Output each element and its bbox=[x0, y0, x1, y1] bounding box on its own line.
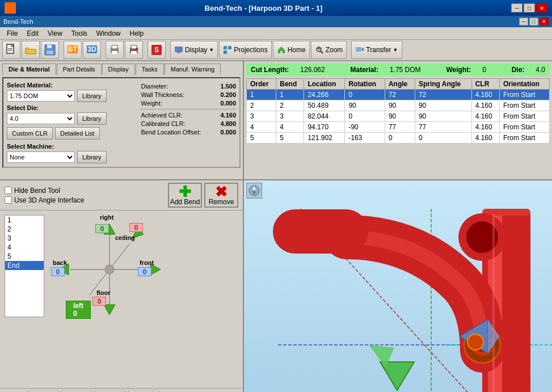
die-select[interactable]: 4.0 bbox=[7, 113, 75, 124]
table-cell: From Start bbox=[499, 100, 549, 111]
material-library-button[interactable]: Library bbox=[77, 90, 107, 102]
tab-die-material[interactable]: Die & Material bbox=[2, 64, 56, 75]
machine-library-button[interactable]: Library bbox=[77, 151, 107, 163]
wall-thickness-label: Wall Thickness: bbox=[141, 91, 220, 98]
machine-row: None Library bbox=[7, 151, 136, 163]
bend-item-2[interactable]: 2 bbox=[5, 225, 44, 234]
hide-bend-tool-checkbox[interactable] bbox=[5, 187, 12, 194]
table-cell: 2 bbox=[247, 100, 276, 111]
menu-edit[interactable]: Edit bbox=[22, 28, 43, 39]
mdi-minimize[interactable]: ─ bbox=[519, 18, 528, 26]
menu-file[interactable]: File bbox=[2, 28, 22, 39]
tab-manuf-warning[interactable]: Manuf. Warning bbox=[165, 64, 221, 75]
custom-clr-button[interactable]: Custom CLR bbox=[7, 127, 53, 140]
add-remove-buttons: ✚ Add Bend ✖ Remove bbox=[168, 183, 238, 208]
viewport-compass-button[interactable] bbox=[246, 183, 262, 199]
transfer-button[interactable]: Transfer ▼ bbox=[351, 41, 402, 59]
direction-pad: right 0 ceiling 0 back 0 front 0 floor 0… bbox=[50, 213, 241, 386]
tb-new-button[interactable] bbox=[2, 41, 20, 59]
zoom-button[interactable]: + Zoom bbox=[311, 41, 347, 59]
svg-point-18 bbox=[136, 48, 138, 50]
table-cell: 5 bbox=[247, 133, 276, 144]
title-bar: Bend-Tech - [Harpoon 3D Part - 1] ─ □ ✕ bbox=[0, 0, 552, 16]
svg-line-36 bbox=[109, 244, 129, 269]
material-select[interactable]: 1.75 DOM bbox=[7, 90, 75, 102]
die-library-button[interactable]: Library bbox=[77, 112, 107, 125]
table-cell: 0 bbox=[345, 90, 385, 100]
bend-item-1[interactable]: 1 bbox=[5, 216, 44, 225]
remove-button[interactable]: ✖ Remove bbox=[204, 183, 238, 208]
menu-view[interactable]: View bbox=[43, 28, 67, 39]
bend-item-3[interactable]: 3 bbox=[5, 234, 44, 243]
left-direction-value[interactable]: 0 bbox=[73, 310, 83, 318]
restore-button[interactable]: □ bbox=[524, 3, 535, 12]
menu-help[interactable]: Help bbox=[125, 28, 149, 39]
tb-img2-button[interactable]: 3D bbox=[83, 41, 101, 59]
table-row[interactable]: 1124.266072724.160From Start bbox=[247, 90, 550, 100]
die-material-content: Select Material: 1.75 DOM Library Select… bbox=[2, 77, 241, 168]
tab-part-details[interactable]: Part Details bbox=[57, 64, 102, 75]
bend-list-panel: 1 2 3 4 5 End bbox=[2, 213, 48, 386]
table-body: 1124.266072724.160From Start2250.4899090… bbox=[247, 90, 550, 144]
detailed-list-button[interactable]: Detailed List bbox=[55, 127, 100, 140]
svg-rect-14 bbox=[112, 51, 117, 54]
cut-length-label: Cut Length: bbox=[251, 66, 289, 74]
tab-tasks[interactable]: Tasks bbox=[136, 64, 164, 75]
tab-display[interactable]: Display bbox=[102, 64, 135, 75]
table-row[interactable]: 4494.170-9077774.160From Start bbox=[247, 122, 550, 133]
table-row[interactable]: 3382.044090904.160From Start bbox=[247, 111, 550, 122]
display-button[interactable]: Display ▼ bbox=[170, 41, 218, 59]
home-button[interactable]: Home bbox=[273, 41, 310, 59]
tb-save-button[interactable] bbox=[41, 41, 59, 59]
toolbar: BT 3D S Display ▼ Projections Home + Zoo… bbox=[0, 40, 552, 61]
die-info-label: Die: bbox=[512, 66, 525, 74]
table-cell: -90 bbox=[345, 122, 385, 133]
table-cell: 90 bbox=[415, 100, 471, 111]
svg-rect-24 bbox=[228, 46, 231, 49]
controls-bar: Hide Bend Tool Use 3D Angle Interface ✚ … bbox=[0, 180, 243, 210]
use-3d-angle-label: Use 3D Angle Interface bbox=[14, 196, 84, 204]
bend-list-items[interactable]: 1 2 3 4 5 End bbox=[5, 215, 44, 317]
right-value-box[interactable]: 0 bbox=[95, 224, 109, 233]
minimize-button[interactable]: ─ bbox=[511, 3, 522, 12]
table-cell: 3 bbox=[247, 111, 276, 122]
menu-tools[interactable]: Tools bbox=[67, 28, 92, 39]
transfer-label: Transfer bbox=[366, 46, 391, 54]
mdi-close[interactable]: ✕ bbox=[540, 18, 549, 26]
table-row[interactable]: 55121.902-163004.160From Start bbox=[247, 133, 550, 144]
wall-thickness-value: 0.200 bbox=[220, 91, 236, 98]
menu-window[interactable]: Window bbox=[92, 28, 125, 39]
tb-printer2-button[interactable] bbox=[125, 41, 143, 59]
svg-marker-26 bbox=[278, 47, 285, 53]
projections-button[interactable]: Projections bbox=[219, 41, 271, 59]
bend-item-5[interactable]: 5 bbox=[5, 252, 44, 261]
direction-area: 1 2 3 4 5 End bbox=[0, 210, 243, 388]
back-value-box[interactable]: 0 bbox=[51, 267, 65, 276]
table-row[interactable]: 2250.4899090904.160From Start bbox=[247, 100, 550, 111]
front-value-box[interactable]: 0 bbox=[138, 267, 151, 276]
use-3d-angle-checkbox[interactable] bbox=[5, 196, 12, 204]
svg-rect-23 bbox=[224, 46, 227, 49]
calibrated-clr-value: 4.800 bbox=[220, 120, 236, 127]
tb-img1-button[interactable]: BT bbox=[64, 41, 82, 59]
wall-thickness-row: Wall Thickness: 0.200 bbox=[141, 91, 236, 98]
right-label: right bbox=[100, 214, 113, 221]
mdi-restore[interactable]: □ bbox=[529, 18, 538, 26]
floor-value-box[interactable]: 0 bbox=[92, 297, 106, 306]
tb-print-button[interactable] bbox=[106, 41, 124, 59]
bend-item-4[interactable]: 4 bbox=[5, 243, 44, 252]
bend-item-end[interactable]: End bbox=[5, 261, 44, 270]
table-cell: From Start bbox=[499, 133, 549, 144]
3d-viewport[interactable] bbox=[244, 180, 552, 392]
left-column: Select Material: 1.75 DOM Library Select… bbox=[7, 82, 136, 163]
table-cell: 90 bbox=[415, 111, 471, 122]
tb-red-button[interactable]: S bbox=[148, 41, 166, 59]
machine-select[interactable]: None bbox=[7, 151, 75, 163]
table-cell: 121.902 bbox=[304, 133, 345, 144]
add-bend-button[interactable]: ✚ Add Bend bbox=[168, 183, 202, 208]
table-cell: From Start bbox=[499, 90, 549, 100]
close-button[interactable]: ✕ bbox=[536, 3, 547, 12]
tb-open-button[interactable] bbox=[22, 41, 40, 59]
hide-bend-tool-row: Hide Bend Tool bbox=[5, 187, 84, 195]
ceiling-value-box[interactable]: 0 bbox=[129, 223, 143, 232]
